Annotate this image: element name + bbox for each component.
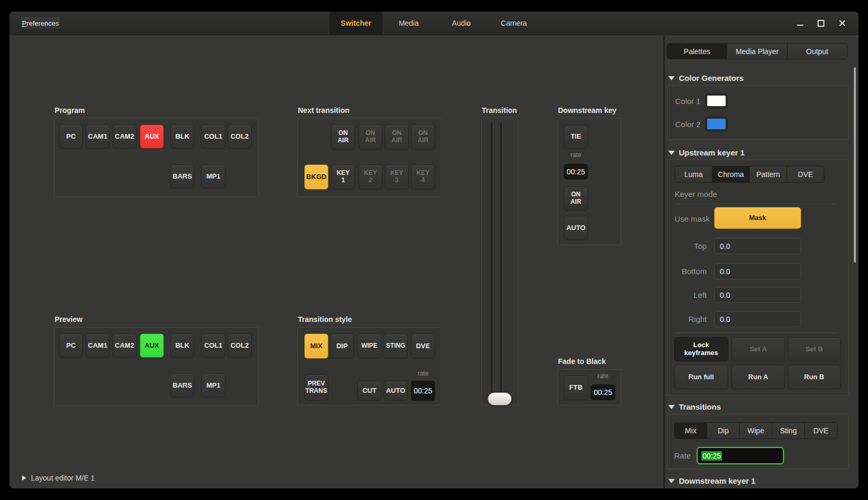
color1-swatch[interactable] <box>705 93 728 108</box>
transitions-rate-value: 00:25 <box>701 451 722 461</box>
dsk-tie-button[interactable]: TIE <box>564 125 588 149</box>
style-mix-active[interactable]: MIX <box>304 334 328 359</box>
next-transition-key3[interactable]: KEY 3 <box>385 164 409 190</box>
sidebar-scrollbar[interactable] <box>854 67 856 263</box>
transitions-tab-dve[interactable]: DVE <box>804 423 837 439</box>
layout-editor-label: Layout editor M/E 1 <box>31 474 95 482</box>
program-source-col1[interactable]: COL1 <box>201 124 225 149</box>
dsk-onair-button[interactable]: ON AIR <box>564 186 588 211</box>
preview-source-col2[interactable]: COL2 <box>228 334 252 358</box>
transitions-header[interactable]: Transitions <box>668 402 721 411</box>
program-source-cam2[interactable]: CAM2 <box>112 124 137 149</box>
set-a-button[interactable]: Set A <box>731 337 785 361</box>
program-source-cam1[interactable]: CAM1 <box>86 124 110 149</box>
style-rate-value[interactable]: 00:25 <box>411 381 435 401</box>
transitions-tab-mix[interactable]: Mix <box>675 423 707 439</box>
sidebar-tab-output[interactable]: Output <box>787 44 847 59</box>
mask-toggle-button[interactable]: Mask <box>714 207 801 229</box>
auto-button[interactable]: AUTO <box>384 381 408 401</box>
transitions-tab-wipe[interactable]: Wipe <box>739 423 772 439</box>
style-sting[interactable]: STING <box>384 334 408 359</box>
mask-left-input[interactable]: 0.0 <box>714 287 801 303</box>
mask-bottom-input[interactable]: 0.0 <box>714 263 801 279</box>
tab-switcher[interactable]: Switcher <box>329 12 383 35</box>
prev-trans-button[interactable]: PREV TRANS <box>304 374 328 401</box>
upstream-keyer-title: Upstream keyer 1 <box>679 148 745 157</box>
cut-button[interactable]: CUT <box>357 381 381 401</box>
style-dve[interactable]: DVE <box>411 334 435 359</box>
keyer-mode-label: Keyer mode <box>675 190 717 199</box>
dsk-rate-value[interactable]: 00:25 <box>564 164 588 180</box>
keyer-tab-chroma[interactable]: Chroma <box>712 166 749 182</box>
preview-source-bars[interactable]: BARS <box>170 373 194 398</box>
color1-label: Color 1 <box>675 97 700 106</box>
tab-camera[interactable]: Camera <box>488 12 540 35</box>
close-button[interactable] <box>836 17 849 29</box>
next-transition-onair-3[interactable]: ON AIR <box>385 124 409 150</box>
program-source-mp1[interactable]: MP1 <box>201 164 225 189</box>
downstream-keyer-header[interactable]: Downstream keyer 1 <box>668 476 756 485</box>
mask-right-input[interactable]: 0.0 <box>714 311 801 327</box>
preview-source-cam1[interactable]: CAM1 <box>86 334 110 358</box>
preview-source-mp1[interactable]: MP1 <box>201 373 225 398</box>
lock-keyframes-button[interactable]: Lock keyframes <box>674 337 728 361</box>
color2-swatch[interactable] <box>705 117 728 131</box>
next-transition-key1[interactable]: KEY 1 <box>331 164 355 190</box>
preferences-button[interactable]: Preferences <box>20 16 61 30</box>
program-title: Program <box>55 106 85 114</box>
program-source-pc[interactable]: PC <box>59 124 83 149</box>
program-source-blk[interactable]: BLK <box>170 124 194 149</box>
transition-slider-handle[interactable] <box>488 392 512 405</box>
tab-media[interactable]: Media <box>383 12 435 35</box>
sidebar-tabbar: Palettes Media Player Output <box>667 43 848 59</box>
expander-arrow-icon <box>22 475 26 481</box>
preview-source-cam2[interactable]: CAM2 <box>112 334 137 358</box>
transitions-tab-dip[interactable]: Dip <box>707 423 739 439</box>
style-wipe[interactable]: WIPE <box>357 334 381 359</box>
mask-top-label: Top <box>668 242 707 251</box>
preview-source-pc[interactable]: PC <box>59 334 83 358</box>
preview-source-col1[interactable]: COL1 <box>201 334 225 358</box>
run-a-button[interactable]: Run A <box>731 365 785 389</box>
style-dip[interactable]: DIP <box>330 334 354 359</box>
program-source-bars[interactable]: BARS <box>170 164 194 189</box>
ftb-rate-label: rate <box>591 372 615 380</box>
next-transition-onair-2[interactable]: ON AIR <box>358 124 383 150</box>
transitions-tabbar: Mix Dip Wipe Sting DVE <box>674 422 838 439</box>
next-transition-key2[interactable]: KEY 2 <box>358 164 383 190</box>
ftb-button[interactable]: FTB <box>564 376 588 400</box>
sidebar-tab-media-player[interactable]: Media Player <box>727 44 787 59</box>
collapse-down-icon <box>668 76 675 80</box>
dsk-rate-label: rate <box>564 151 588 159</box>
transitions-rate-input[interactable]: 00:25 <box>697 447 784 464</box>
keyer-tab-luma[interactable]: Luma <box>675 166 712 182</box>
maximize-button[interactable] <box>814 17 827 29</box>
next-transition-onair-1[interactable]: ON AIR <box>331 124 355 150</box>
run-full-button[interactable]: Run full <box>674 365 728 389</box>
minimize-button[interactable] <box>794 17 807 29</box>
dsk-auto-button[interactable]: AUTO <box>564 216 588 240</box>
transitions-tab-sting[interactable]: Sting <box>772 423 804 439</box>
set-b-button[interactable]: Set B <box>788 337 841 361</box>
transition-slider-panel <box>481 118 518 405</box>
sidebar-tab-palettes[interactable]: Palettes <box>667 44 727 59</box>
tab-audio[interactable]: Audio <box>435 12 488 35</box>
next-transition-onair-4[interactable]: ON AIR <box>411 124 435 150</box>
preview-source-aux-active[interactable]: AUX <box>140 334 164 358</box>
upstream-keyer-header[interactable]: Upstream keyer 1 <box>668 148 745 157</box>
downstream-key-panel: TIE rate 00:25 ON AIR AUTO <box>557 118 621 245</box>
color-generators-header[interactable]: Color Generators <box>668 74 743 82</box>
program-source-aux-active[interactable]: AUX <box>140 124 164 149</box>
layout-editor-expander[interactable]: Layout editor M/E 1 <box>22 474 95 482</box>
next-transition-bkgd-active[interactable]: BKGD <box>304 164 328 190</box>
preferences-label: Preferences <box>22 19 59 27</box>
next-transition-key4[interactable]: KEY 4 <box>411 164 435 190</box>
mask-top-input[interactable]: 0.0 <box>714 238 801 254</box>
program-source-col2[interactable]: COL2 <box>228 124 252 149</box>
preview-source-blk[interactable]: BLK <box>170 334 194 358</box>
style-rate-label: rate <box>411 370 435 377</box>
run-b-button[interactable]: Run B <box>788 365 841 389</box>
ftb-rate-value[interactable]: 00:25 <box>591 384 615 400</box>
keyer-tab-dve[interactable]: DVE <box>787 166 824 182</box>
keyer-tab-pattern[interactable]: Pattern <box>749 166 787 182</box>
